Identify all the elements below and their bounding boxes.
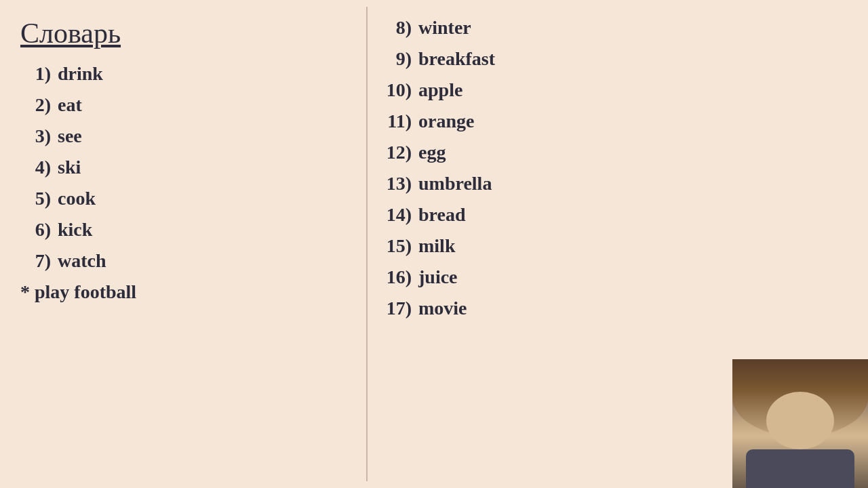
item-text: drink [58, 63, 103, 85]
item-text: milk [418, 235, 455, 257]
item-number: 7) [20, 250, 51, 272]
item-text: apple [418, 79, 462, 101]
item-text: ski [58, 157, 81, 178]
item-number: 9) [381, 48, 412, 70]
item-text: watch [58, 250, 106, 272]
right-list-item: 17)movie [381, 298, 848, 319]
left-vocab-list: 1)drink2)eat3)see4)ski5)cook6)kick7)watc… [20, 63, 353, 272]
item-number: 15) [381, 235, 412, 257]
right-list-item: 13)umbrella [381, 173, 848, 195]
item-text: egg [418, 142, 446, 163]
left-list-item: 7)watch [20, 250, 353, 272]
right-list-item: 14)bread [381, 204, 848, 226]
item-number: 8) [381, 17, 412, 39]
right-list-item: 9)breakfast [381, 48, 848, 70]
right-vocab-list: 8)winter9)breakfast10)apple11)orange12)e… [381, 17, 848, 319]
item-text: see [58, 125, 82, 147]
special-item: * play football [20, 281, 353, 303]
webcam-overlay [732, 359, 868, 488]
left-list-item: 1)drink [20, 63, 353, 85]
item-number: 6) [20, 219, 51, 241]
item-text: juice [418, 266, 458, 288]
item-number: 4) [20, 157, 51, 178]
item-number: 12) [381, 142, 412, 163]
item-text: bread [418, 204, 466, 226]
item-text: orange [418, 110, 474, 132]
left-list-item: 5)cook [20, 188, 353, 209]
item-number: 16) [381, 266, 412, 288]
left-list-item: 4)ski [20, 157, 353, 178]
item-number: 10) [381, 79, 412, 101]
right-list-item: 16)juice [381, 266, 848, 288]
item-number: 3) [20, 125, 51, 147]
right-list-item: 11)orange [381, 110, 848, 132]
page-title: Словарь [20, 17, 353, 49]
right-list-item: 10)apple [381, 79, 848, 101]
item-text: movie [418, 298, 467, 319]
right-list-item: 15)milk [381, 235, 848, 257]
person-body [746, 449, 854, 488]
item-number: 13) [381, 173, 412, 195]
item-text: kick [58, 219, 92, 241]
item-number: 2) [20, 94, 51, 116]
item-text: cook [58, 188, 96, 209]
item-text: winter [418, 17, 471, 39]
item-number: 5) [20, 188, 51, 209]
right-list-item: 8)winter [381, 17, 848, 39]
item-number: 14) [381, 204, 412, 226]
item-text: eat [58, 94, 82, 116]
right-list-item: 12)egg [381, 142, 848, 163]
item-number: 1) [20, 63, 51, 85]
left-list-item: 3)see [20, 125, 353, 147]
item-number: 17) [381, 298, 412, 319]
left-column: Словарь 1)drink2)eat3)see4)ski5)cook6)ki… [7, 7, 366, 481]
item-number: 11) [381, 110, 412, 132]
person-face [766, 392, 834, 450]
item-text: breakfast [418, 48, 495, 70]
left-list-item: 6)kick [20, 219, 353, 241]
webcam-person [732, 359, 868, 488]
item-text: umbrella [418, 173, 492, 195]
left-list-item: 2)eat [20, 94, 353, 116]
